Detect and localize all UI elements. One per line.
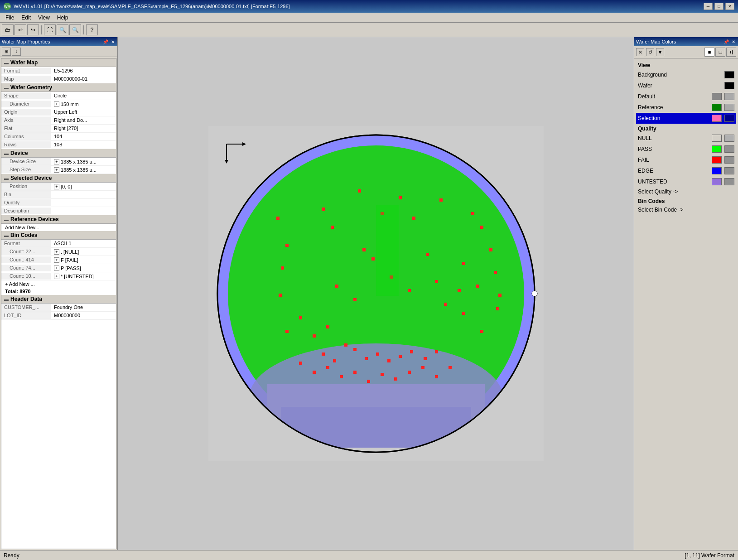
reference-swatch2[interactable] xyxy=(724,104,734,111)
edge-swatch2[interactable] xyxy=(724,167,734,174)
selection-swatch1[interactable] xyxy=(712,115,722,122)
prop-position: Position + [0, 0] xyxy=(1,183,116,191)
fail-swatch2[interactable] xyxy=(724,156,734,164)
reference-swatch1[interactable] xyxy=(712,104,722,111)
minimize-button[interactable]: ─ xyxy=(704,3,713,10)
prop-shape-value: Circle xyxy=(51,92,116,99)
panel-close-icon[interactable]: ✕ xyxy=(110,39,116,44)
color-row-reference[interactable]: Reference xyxy=(636,102,736,113)
section-header-data[interactable]: ▬ Header Data xyxy=(1,295,116,304)
expand-fail-btn[interactable]: + xyxy=(54,257,59,263)
expand-pass-btn[interactable]: + xyxy=(54,266,59,271)
add-bin-btn[interactable]: + Add New ... xyxy=(1,280,116,288)
prop-format-value: E5-1296 xyxy=(51,68,116,74)
maximize-button[interactable]: □ xyxy=(714,3,724,10)
prop-rows-name: Rows xyxy=(1,141,51,148)
close-button[interactable]: ✕ xyxy=(725,3,734,10)
view-fill-btn[interactable]: ■ xyxy=(704,48,714,57)
color-row-edge[interactable]: EDGE xyxy=(636,165,736,176)
view-text-btn[interactable]: T| xyxy=(726,48,736,57)
view-border-btn[interactable]: □ xyxy=(715,48,725,57)
prop-quality-name: Quality xyxy=(1,199,51,206)
svg-rect-38 xyxy=(462,312,465,315)
prop-description: Description xyxy=(1,207,116,215)
expand-untested-btn[interactable]: + xyxy=(54,274,59,279)
selection-swatch2[interactable] xyxy=(724,115,734,122)
prop-axis: Axis Right and Do... xyxy=(1,116,116,125)
section-bin-codes[interactable]: ▬ Bin Codes xyxy=(1,231,116,240)
right-panel-pin-icon[interactable]: 📌 xyxy=(723,39,730,44)
wafer-map-svg[interactable] xyxy=(208,126,544,461)
fail-swatch1[interactable] xyxy=(712,156,722,164)
menu-view[interactable]: View xyxy=(34,14,53,22)
section-selected-device[interactable]: ▬ Selected Device xyxy=(1,174,116,183)
menu-help[interactable]: Help xyxy=(53,14,72,22)
redo-button[interactable]: ↪ xyxy=(27,24,39,35)
color-row-wafer[interactable]: Wafer xyxy=(636,80,736,91)
edge-swatch1[interactable] xyxy=(712,167,722,174)
wafer-label: Wafer xyxy=(638,82,723,89)
svg-rect-44 xyxy=(313,371,316,374)
expand-device-btn[interactable]: + xyxy=(54,159,59,164)
svg-point-75 xyxy=(532,291,537,296)
section-reference-devices[interactable]: ▬ Reference Devices xyxy=(1,215,116,224)
left-panel: Wafer Map Properties 📌 ✕ ⊞ ↕ ▬ Wafer Map… xyxy=(0,37,118,550)
color-row-fail[interactable]: FAIL xyxy=(636,154,736,165)
section-wafer-geometry[interactable]: ▬ Wafer Geometry xyxy=(1,83,116,92)
expand-diameter-btn[interactable]: + xyxy=(54,101,59,107)
section-wafer-geometry-label: Wafer Geometry xyxy=(10,84,52,91)
section-device[interactable]: ▬ Device xyxy=(1,149,116,158)
default-label: Default xyxy=(638,93,710,100)
color-row-selection[interactable]: Selection xyxy=(636,113,736,124)
open-button[interactable]: 🗁 xyxy=(2,24,14,35)
panel-sort2-btn[interactable]: ↕ xyxy=(12,48,21,56)
panel-sort-btn[interactable]: ⊞ xyxy=(2,48,11,56)
section-wafer-map[interactable]: ▬ Wafer Map xyxy=(1,58,116,67)
color-refresh-btn[interactable]: ↺ xyxy=(646,48,654,56)
color-row-background[interactable]: Background xyxy=(636,69,736,80)
menu-edit[interactable]: Edit xyxy=(18,14,34,22)
undo-button[interactable]: ↩ xyxy=(14,24,26,35)
fit-button[interactable]: ⛶ xyxy=(44,24,56,35)
pass-swatch1[interactable] xyxy=(712,145,722,153)
center-area[interactable] xyxy=(118,37,634,550)
default-swatch2[interactable] xyxy=(724,93,734,100)
expand-position-btn[interactable]: + xyxy=(54,184,59,189)
menu-file[interactable]: File xyxy=(2,14,18,22)
color-row-null[interactable]: NULL xyxy=(636,133,736,144)
default-swatch1[interactable] xyxy=(712,93,722,100)
prop-diameter: Diameter + 150 mm xyxy=(1,100,116,108)
section-wafer-map-label: Wafer Map xyxy=(10,59,38,66)
background-swatch[interactable] xyxy=(724,71,734,78)
svg-rect-18 xyxy=(480,226,483,229)
expand-null-btn[interactable]: + xyxy=(54,249,59,255)
prop-bin-fail: Count: 414 + F [FAIL] xyxy=(1,256,116,264)
fail-label: FAIL xyxy=(638,157,710,163)
right-panel-close-icon[interactable]: ✕ xyxy=(731,39,736,44)
untested-swatch1[interactable] xyxy=(712,178,722,185)
pass-swatch2[interactable] xyxy=(724,145,734,153)
color-filter-btn[interactable]: ▼ xyxy=(656,48,664,56)
wafer-swatch[interactable] xyxy=(724,82,734,89)
color-row-default[interactable]: Default xyxy=(636,91,736,102)
svg-rect-27 xyxy=(322,208,325,211)
color-close-btn[interactable]: ✕ xyxy=(636,48,644,56)
svg-rect-22 xyxy=(496,307,499,310)
add-ref-device-btn[interactable]: Add New Dev... xyxy=(1,224,116,231)
null-swatch2[interactable] xyxy=(724,135,734,142)
zoom-in-button[interactable]: 🔍 xyxy=(57,24,68,35)
untested-swatch2[interactable] xyxy=(724,178,734,185)
color-panel-toolbar: ✕ ↺ ▼ ■ □ T| xyxy=(634,46,738,58)
null-swatch1[interactable] xyxy=(712,135,722,142)
zoom-out-button[interactable]: 🔍 xyxy=(69,24,81,35)
expand-step-btn[interactable]: + xyxy=(54,167,59,173)
prop-format: Format E5-1296 xyxy=(1,67,116,75)
panel-pin-icon[interactable]: 📌 xyxy=(102,39,109,44)
prop-device-size: Device Size + 1385 x 1385 u... xyxy=(1,158,116,166)
color-row-untested[interactable]: UNTESTED xyxy=(636,176,736,187)
help-button[interactable]: ? xyxy=(86,24,98,35)
select-bin-code-link[interactable]: Select Bin Code -> xyxy=(636,205,736,214)
color-row-pass[interactable]: PASS xyxy=(636,144,736,154)
left-panel-titlebar: Wafer Map Properties 📌 ✕ xyxy=(0,37,117,46)
select-quality-link[interactable]: Select Quality -> xyxy=(636,187,736,196)
